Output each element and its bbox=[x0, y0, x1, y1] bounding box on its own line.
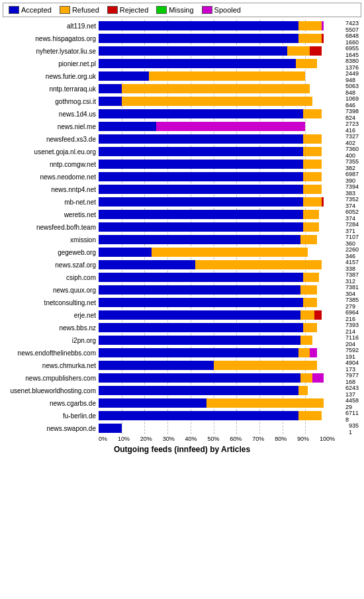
chart-row: nyheter.lysator.liu.se69551645 bbox=[99, 45, 328, 57]
bar-segment bbox=[296, 59, 316, 68]
bar-segment bbox=[298, 386, 308, 395]
bar-segment bbox=[99, 260, 195, 269]
bar-segment bbox=[314, 310, 321, 320]
row-label: nntp.comgw.net bbox=[3, 161, 99, 168]
x-axis-label: 0% bbox=[99, 436, 107, 442]
bar-segment bbox=[303, 323, 317, 332]
bar-segment bbox=[303, 172, 322, 181]
bar-segment bbox=[206, 398, 324, 408]
chart-row: newsfeed.bofh.team7284371 bbox=[99, 221, 328, 233]
bar-wrap: 67118 bbox=[99, 411, 328, 420]
bar-segment bbox=[310, 348, 316, 357]
chart-row: news.nntp4.net7394383 bbox=[99, 183, 328, 195]
bar-segment bbox=[303, 109, 322, 118]
bar-wrap: 83801376 bbox=[99, 59, 328, 68]
bar-segment bbox=[99, 310, 300, 320]
bar-segment bbox=[322, 34, 324, 43]
bar-segment bbox=[298, 21, 322, 30]
chart-row: weretis.net6052374 bbox=[99, 208, 328, 220]
bar-wrap: 74235507 bbox=[99, 21, 328, 30]
bar-segment bbox=[99, 336, 300, 345]
chart-row: fu-berlin.de67118 bbox=[99, 410, 328, 422]
bar-wrap: 68481660 bbox=[99, 34, 328, 43]
bar-segment bbox=[99, 248, 152, 257]
bar-value-label: 7360400 bbox=[345, 146, 359, 160]
x-axis: 0%10%20%30%40%50%60%70%80%90%100% bbox=[3, 436, 361, 442]
row-label: news.hispagatos.org bbox=[3, 35, 99, 42]
bar-value-label: 2723416 bbox=[345, 121, 359, 134]
bar-wrap: 7398824 bbox=[99, 109, 328, 118]
bar-segment bbox=[303, 197, 322, 207]
bar-segment bbox=[99, 348, 298, 357]
bar-segment bbox=[99, 323, 303, 332]
x-axis-label: 30% bbox=[163, 436, 175, 442]
bar-segment bbox=[149, 71, 305, 81]
bar-segment bbox=[99, 210, 303, 219]
bar-segment bbox=[122, 84, 310, 93]
legend-label: Spooled bbox=[214, 6, 241, 14]
chart-row: news.neodome.net6987390 bbox=[99, 171, 328, 183]
row-label: news.nntp4.net bbox=[3, 186, 99, 193]
bar-wrap: 7327402 bbox=[99, 134, 328, 144]
bar-wrap: 1069846 bbox=[99, 97, 328, 106]
bar-segment bbox=[322, 21, 324, 30]
legend-item: Missing bbox=[156, 6, 193, 14]
bar-value-label: 4904173 bbox=[345, 360, 359, 373]
chart-row: news.szaf.org4157338 bbox=[99, 259, 328, 271]
bar-value-label: 7385279 bbox=[345, 297, 359, 310]
chart-row: tnetconsulting.net7385279 bbox=[99, 297, 328, 308]
bar-value-label: 7355382 bbox=[345, 159, 359, 172]
bar-value-label: 7352374 bbox=[345, 197, 359, 210]
bar-wrap: 7977168 bbox=[99, 373, 328, 383]
bar-segment bbox=[303, 210, 319, 219]
bar-segment bbox=[99, 46, 287, 56]
bar-value-label: 5063848 bbox=[345, 83, 359, 97]
row-label: news.cgarbs.de bbox=[3, 400, 99, 407]
row-label: nyheter.lysator.liu.se bbox=[3, 48, 99, 55]
row-label: erje.net bbox=[3, 312, 99, 319]
bar-value-label: 74235507 bbox=[345, 21, 359, 34]
bar-wrap: 7116204 bbox=[99, 336, 328, 345]
bar-value-label: 7381304 bbox=[345, 285, 359, 298]
bar-wrap: 2260346 bbox=[99, 248, 328, 257]
bar-segment bbox=[99, 71, 149, 81]
bar-wrap: 7352374 bbox=[99, 197, 328, 207]
legend-color bbox=[9, 6, 19, 14]
x-axis-label: 20% bbox=[140, 436, 152, 442]
bar-segment bbox=[99, 147, 303, 156]
bar-segment bbox=[287, 46, 310, 56]
row-label: nntp.terraraq.uk bbox=[3, 85, 99, 93]
bar-value-label: 6964216 bbox=[345, 310, 359, 323]
x-axis-label: 100% bbox=[320, 436, 335, 442]
legend-item: Spooled bbox=[202, 6, 241, 14]
chart-row: alt119.net74235507 bbox=[99, 20, 328, 32]
bar-wrap: 5063848 bbox=[99, 84, 328, 93]
bar-value-label: 7387312 bbox=[345, 272, 359, 285]
row-label: xmission bbox=[3, 236, 99, 244]
bar-wrap: 7284371 bbox=[99, 222, 328, 232]
bar-segment bbox=[303, 185, 322, 194]
bar-value-label: 7107360 bbox=[345, 234, 359, 248]
row-label: news.niel.me bbox=[3, 123, 99, 130]
bar-segment bbox=[298, 348, 310, 357]
row-label: tnetconsulting.net bbox=[3, 299, 99, 306]
bar-segment bbox=[300, 336, 312, 345]
legend-label: Refused bbox=[72, 6, 99, 14]
legend-color bbox=[156, 6, 167, 14]
x-axis-label: 80% bbox=[275, 436, 287, 442]
bar-wrap: 7107360 bbox=[99, 235, 328, 244]
chart-row: news.endofthelinebbs.com7592191 bbox=[99, 347, 328, 359]
bar-segment bbox=[99, 386, 298, 395]
bar-wrap: 6987390 bbox=[99, 172, 328, 181]
bar-value-label: 67118 bbox=[345, 410, 359, 424]
row-label: news.endofthelinebbs.com bbox=[3, 349, 99, 357]
x-axis-label: 10% bbox=[118, 436, 130, 442]
chart-row: news.bbs.nz7393214 bbox=[99, 322, 328, 334]
chart-row: i2pn.org7116204 bbox=[99, 334, 328, 346]
bar-value-label: 7284371 bbox=[345, 222, 359, 235]
chart-row: news.quux.org7381304 bbox=[99, 284, 328, 296]
chart-row: newsfeed.xs3.de7327402 bbox=[99, 133, 328, 145]
bar-segment bbox=[99, 273, 303, 282]
row-label: i2pn.org bbox=[3, 337, 99, 344]
bar-segment bbox=[99, 285, 300, 295]
